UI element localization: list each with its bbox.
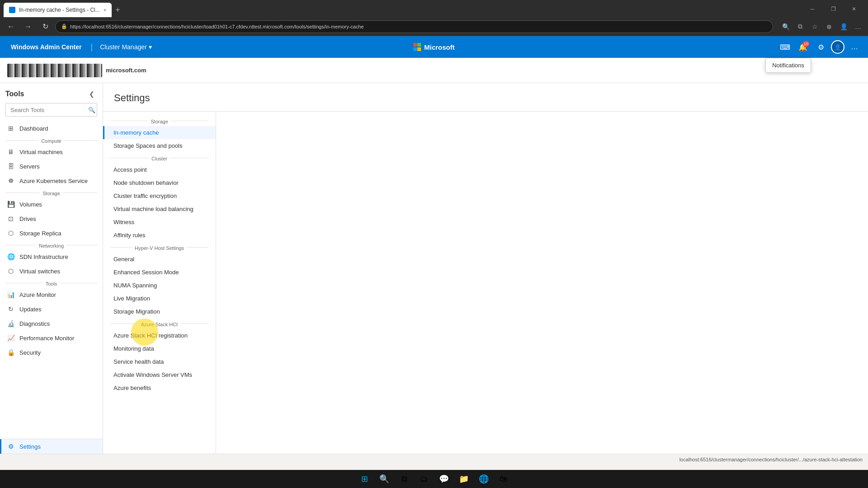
- updates-icon: ↻: [7, 305, 15, 313]
- taskbar-task-view-button[interactable]: ⧉: [396, 471, 412, 487]
- taskbar-edge-button[interactable]: 🌐: [476, 471, 492, 487]
- wac-brand[interactable]: Windows Admin Center: [5, 42, 87, 52]
- close-button[interactable]: ✕: [844, 1, 864, 17]
- sidebar-item-volumes[interactable]: 💾 Volumes: [0, 197, 103, 211]
- virtual-switches-icon: ⬡: [7, 267, 15, 275]
- address-bar-row: ← → ↻ 🔒 https://localhost:6516/clusterma…: [0, 17, 868, 36]
- settings-section-storage: Storage: [103, 115, 216, 126]
- drives-icon: ⊡: [7, 215, 15, 223]
- forward-button[interactable]: →: [21, 19, 35, 34]
- settings-nav-storage-migration[interactable]: Storage Migration: [103, 305, 216, 318]
- sidebar-item-performance-monitor[interactable]: 📈 Performance Monitor: [0, 331, 103, 345]
- notifications-btn[interactable]: 🔔 10 Notifications: [795, 39, 811, 55]
- minimize-button[interactable]: ─: [802, 1, 823, 17]
- sidebar-item-label: Virtual switches: [19, 268, 60, 275]
- tab-close-button[interactable]: ×: [104, 7, 106, 13]
- content-area: Settings Storage In-memory cache Storage…: [103, 83, 868, 454]
- sidebar-item-azure-monitor[interactable]: 📊 Azure Monitor: [0, 287, 103, 302]
- settings-nav-affinity-rules[interactable]: Affinity rules: [103, 229, 216, 242]
- avatar-btn[interactable]: 👤: [831, 39, 844, 55]
- sidebar-item-storage-replica[interactable]: ⬡ Storage Replica: [0, 226, 103, 240]
- sidebar-item-label: Settings: [19, 443, 41, 450]
- ms-sq-blue: [413, 47, 417, 51]
- settings-nav-monitoring-data[interactable]: Monitoring data: [103, 342, 216, 355]
- sdn-icon: 🌐: [7, 253, 15, 261]
- browser-tab-active[interactable]: In-memory cache - Settings - Cl... ×: [4, 3, 112, 17]
- microsoft-logo: Microsoft: [413, 43, 455, 51]
- taskbar-start-button[interactable]: ⊞: [356, 471, 373, 487]
- performance-monitor-icon: 📈: [7, 334, 15, 342]
- settings-page-title: Settings: [114, 92, 857, 104]
- sidebar-item-label: Volumes: [19, 201, 42, 208]
- settings-nav-numa-spanning[interactable]: NUMA Spanning: [103, 279, 216, 292]
- search-submit-button[interactable]: 🔍: [88, 107, 95, 113]
- settings-nav-enhanced-session-mode[interactable]: Enhanced Session Mode: [103, 266, 216, 279]
- logo-bar: microsoft.com: [0, 58, 868, 83]
- taskbar-search-button[interactable]: 🔍: [376, 471, 392, 487]
- cluster-manager-btn[interactable]: Cluster Manager ▾: [96, 42, 156, 52]
- back-button[interactable]: ←: [4, 19, 18, 34]
- lock-icon: 🔒: [61, 23, 67, 29]
- settings-nav-in-memory-cache[interactable]: In-memory cache: [103, 126, 216, 139]
- more-btn[interactable]: …: [852, 20, 864, 33]
- settings-nav-azure-stack-hci-registration[interactable]: Azure Stack HCI registration: [103, 329, 216, 342]
- sidebar-item-drives[interactable]: ⊡ Drives: [0, 211, 103, 226]
- main-layout: Tools ❮ 🔍 ⊞ Dashboard Compute 🖥 Virtual …: [0, 83, 868, 454]
- storage-replica-icon: ⬡: [7, 229, 15, 237]
- account-icon-btn[interactable]: 👤: [837, 20, 850, 33]
- sidebar-item-azure-kubernetes[interactable]: ☸ Azure Kubernetes Service: [0, 174, 103, 188]
- volumes-icon: 💾: [7, 200, 15, 208]
- taskbar-widgets-button[interactable]: 🗂: [416, 471, 432, 487]
- collections-btn[interactable]: ⊕: [823, 20, 835, 33]
- settings-main-content: [216, 112, 868, 454]
- sidebar-item-security[interactable]: 🔒 Security: [0, 345, 103, 360]
- settings-nav-azure-benefits[interactable]: Azure benefits: [103, 381, 216, 394]
- settings-nav-general[interactable]: General: [103, 253, 216, 266]
- ms-sq-green: [417, 43, 421, 47]
- more-options-btn[interactable]: …: [846, 39, 863, 55]
- sidebar-item-dashboard[interactable]: ⊞ Dashboard: [0, 121, 103, 136]
- settings-nav-service-health-data[interactable]: Service health data: [103, 355, 216, 368]
- favorites-btn[interactable]: ☆: [808, 20, 821, 33]
- sidebar-item-label: Updates: [19, 306, 41, 313]
- restore-button[interactable]: ❐: [823, 1, 844, 17]
- status-url: localhost:6516/clustermanager/connection…: [679, 457, 863, 462]
- sidebar-item-updates[interactable]: ↻ Updates: [0, 302, 103, 316]
- virtual-machines-icon: 🖥: [7, 148, 15, 156]
- wac-right-icons: ⌨ 🔔 10 Notifications ⚙ 👤 …: [777, 39, 863, 55]
- settings-nav-storage-spaces-pools[interactable]: Storage Spaces and pools: [103, 139, 216, 152]
- tab-favicon: [9, 7, 15, 13]
- collapse-sidebar-button[interactable]: ❮: [86, 89, 97, 99]
- search-tools-input[interactable]: [5, 103, 97, 117]
- sidebar-item-diagnostics[interactable]: 🔬 Diagnostics: [0, 316, 103, 331]
- extensions-btn[interactable]: ⧉: [794, 20, 807, 33]
- notifications-popup: Notifications: [765, 58, 811, 73]
- diagnostics-icon: 🔬: [7, 319, 15, 328]
- settings-nav-cluster-traffic-encryption[interactable]: Cluster traffic encryption: [103, 189, 216, 202]
- settings-nav-access-point[interactable]: Access point: [103, 163, 216, 176]
- settings-nav-live-migration[interactable]: Live Migration: [103, 292, 216, 305]
- taskbar-file-explorer-button[interactable]: 📁: [456, 471, 472, 487]
- settings-nav-witness[interactable]: Witness: [103, 216, 216, 229]
- section-label-networking: Networking: [0, 240, 103, 249]
- new-tab-button[interactable]: +: [112, 3, 124, 17]
- sidebar-item-sdn[interactable]: 🌐 SDN Infrastructure: [0, 249, 103, 264]
- sidebar-item-virtual-switches[interactable]: ⬡ Virtual switches: [0, 264, 103, 278]
- wac-toolbar: Windows Admin Center | Cluster Manager ▾…: [0, 36, 868, 58]
- settings-nav-node-shutdown[interactable]: Node shutdown behavior: [103, 176, 216, 189]
- settings-nav-activate-windows-server-vms[interactable]: Activate Windows Server VMs: [103, 368, 216, 381]
- sidebar-item-virtual-machines[interactable]: 🖥 Virtual machines: [0, 145, 103, 159]
- taskbar-store-button[interactable]: 🛍: [495, 471, 512, 487]
- command-palette-btn[interactable]: ⌨: [777, 39, 793, 55]
- sidebar-item-label: Servers: [19, 163, 40, 170]
- refresh-button[interactable]: ↻: [38, 19, 52, 34]
- settings-gear-btn[interactable]: ⚙: [813, 39, 829, 55]
- sidebar-item-settings[interactable]: ⚙ Settings: [0, 439, 103, 454]
- search-icon-btn[interactable]: 🔍: [779, 20, 792, 33]
- security-icon: 🔒: [7, 348, 15, 357]
- taskbar-teams-button[interactable]: 💬: [436, 471, 452, 487]
- sidebar-item-label: Diagnostics: [19, 320, 50, 327]
- settings-nav-vm-load-balancing[interactable]: Virtual machine load balancing: [103, 202, 216, 216]
- sidebar-item-servers[interactable]: 🗄 Servers: [0, 159, 103, 174]
- address-bar[interactable]: 🔒 https://localhost:6516/clustermanager/…: [55, 20, 773, 33]
